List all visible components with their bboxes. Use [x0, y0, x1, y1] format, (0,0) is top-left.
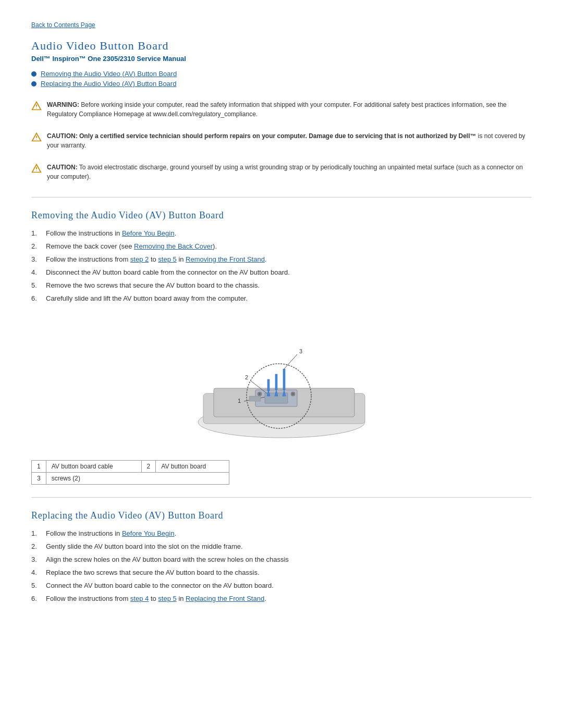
removing-step-3: 3. Follow the instructions from step 2 t… — [31, 255, 532, 263]
svg-line-27 — [284, 354, 297, 369]
diagram-svg: 3 2 1 — [188, 313, 375, 448]
step2-link[interactable]: step 2 — [130, 255, 149, 263]
back-link-container: Back to Contents Page — [31, 21, 532, 29]
replacing-section-title: Replacing the Audio Video (AV) Button Bo… — [31, 510, 532, 521]
removing-steps-list: 1. Follow the instructions in Before You… — [31, 229, 532, 302]
removing-section-title: Removing the Audio Video (AV) Button Boa… — [31, 210, 532, 221]
toc-link-removing[interactable]: Removing the Audio Video (AV) Button Boa… — [41, 70, 177, 78]
divider-2 — [31, 497, 532, 498]
svg-point-2 — [36, 108, 36, 108]
replacing-step-3: 3. Align the screw holes on the AV butto… — [31, 556, 532, 563]
replacing-step-2: 2. Gently slide the AV button board into… — [31, 542, 532, 550]
part-label-1: AV button board cable — [46, 461, 141, 473]
removing-step-6: 6. Carefully slide and lift the AV butto… — [31, 294, 532, 302]
caution-text-2: CAUTION: To avoid electrostatic discharg… — [47, 163, 532, 181]
step-number: 1. — [31, 229, 46, 237]
part-num-2: 2 — [141, 461, 156, 473]
svg-text:3: 3 — [299, 348, 302, 354]
replacing-steps-list: 1. Follow the instructions in Before You… — [31, 529, 532, 602]
svg-rect-24 — [275, 374, 277, 390]
svg-rect-22 — [267, 379, 270, 391]
toc-link-replacing[interactable]: Replacing the Audio Video (AV) Button Bo… — [41, 80, 176, 88]
step4-link[interactable]: step 4 — [130, 595, 149, 602]
caution-icon-1 — [31, 132, 42, 144]
caution-notice-2: CAUTION: To avoid electrostatic discharg… — [31, 159, 532, 184]
step-number: 4. — [31, 569, 46, 576]
removing-step-4: 4. Disconnect the AV button board cable … — [31, 268, 532, 276]
part-label-3: screws (2) — [46, 473, 229, 485]
step-number: 3. — [31, 556, 46, 563]
step5-link-2[interactable]: step 5 — [158, 595, 176, 602]
step-text: Remove the two screws that secure the AV… — [46, 281, 260, 289]
replacing-front-stand-link[interactable]: Replacing the Front Stand — [186, 595, 264, 602]
replacing-step-6: 6. Follow the instructions from step 4 t… — [31, 595, 532, 602]
step-number: 6. — [31, 294, 46, 302]
step-text: Remove the back cover (see Removing the … — [46, 242, 217, 250]
removing-back-cover-link[interactable]: Removing the Back Cover — [134, 242, 213, 250]
replacing-step-1: 1. Follow the instructions in Before You… — [31, 529, 532, 537]
step-text: Align the screw holes on the AV button b… — [46, 556, 289, 563]
step-number: 5. — [31, 582, 46, 589]
removing-step-1: 1. Follow the instructions in Before You… — [31, 229, 532, 237]
svg-text:1: 1 — [238, 398, 241, 404]
removing-step-5: 5. Remove the two screws that secure the… — [31, 281, 532, 289]
parts-table-row-1: 1 AV button board cable 2 AV button boar… — [32, 461, 229, 473]
toc-item-removing: Removing the Audio Video (AV) Button Boa… — [31, 70, 532, 78]
step-number: 3. — [31, 255, 46, 263]
part-num-3: 3 — [32, 473, 46, 485]
back-to-contents-link[interactable]: Back to Contents Page — [31, 21, 95, 29]
warning-icon — [31, 101, 42, 113]
svg-point-8 — [36, 170, 36, 171]
bullet-icon — [31, 71, 36, 77]
parts-table: 1 AV button board cable 2 AV button boar… — [31, 460, 229, 485]
before-you-begin-link-2[interactable]: Before You Begin — [122, 529, 174, 537]
caution-icon-2 — [31, 163, 42, 175]
warning-text: WARNING: Before working inside your comp… — [47, 100, 532, 119]
svg-point-5 — [36, 139, 36, 140]
step-text: Follow the instructions from step 2 to s… — [46, 255, 266, 263]
step-number: 5. — [31, 281, 46, 289]
step-number: 1. — [31, 529, 46, 537]
step-text: Follow the instructions in Before You Be… — [46, 529, 176, 537]
step-text: Carefully slide and lift the AV button b… — [46, 294, 248, 302]
removing-step-2: 2. Remove the back cover (see Removing t… — [31, 242, 532, 250]
caution-notice-1: CAUTION: Only a certified service techni… — [31, 128, 532, 153]
step-text: Replace the two screws that secure the A… — [46, 569, 260, 576]
step-text: Gently slide the AV button board into th… — [46, 542, 243, 550]
parts-table-row-2: 3 screws (2) — [32, 473, 229, 485]
before-you-begin-link-1[interactable]: Before You Begin — [122, 229, 174, 237]
step-text: Disconnect the AV button board cable fro… — [46, 268, 290, 276]
subtitle: Dell™ Inspiron™ One 2305/2310 Service Ma… — [31, 55, 532, 63]
replacing-step-5: 5. Connect the AV button board cable to … — [31, 582, 532, 589]
page-title: Audio Video Button Board — [31, 39, 532, 53]
svg-text:2: 2 — [245, 374, 248, 380]
av-board-diagram: 3 2 1 — [31, 313, 532, 450]
part-num-1: 1 — [32, 461, 46, 473]
step-number: 2. — [31, 242, 46, 250]
step-text: Follow the instructions from step 4 to s… — [46, 595, 266, 602]
step-text: Connect the AV button board cable to the… — [46, 582, 274, 589]
part-label-2: AV button board — [156, 461, 229, 473]
toc-list: Removing the Audio Video (AV) Button Boa… — [31, 70, 532, 88]
caution-text-1: CAUTION: Only a certified service techni… — [47, 131, 532, 150]
step-number: 6. — [31, 595, 46, 602]
step5-link[interactable]: step 5 — [158, 255, 176, 263]
removing-front-stand-link[interactable]: Removing the Front Stand — [186, 255, 265, 263]
step-number: 2. — [31, 542, 46, 550]
warning-notice: WARNING: Before working inside your comp… — [31, 97, 532, 122]
svg-rect-33 — [249, 396, 261, 401]
step-text: Follow the instructions in Before You Be… — [46, 229, 176, 237]
svg-rect-26 — [283, 369, 285, 390]
step-number: 4. — [31, 268, 46, 276]
bullet-icon — [31, 81, 36, 87]
toc-item-replacing: Replacing the Audio Video (AV) Button Bo… — [31, 80, 532, 88]
divider-1 — [31, 197, 532, 198]
replacing-step-4: 4. Replace the two screws that secure th… — [31, 569, 532, 576]
